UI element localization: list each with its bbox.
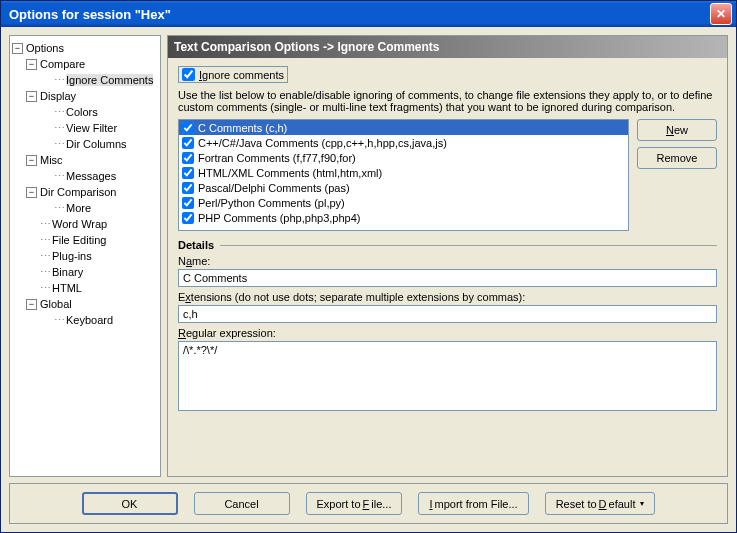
regex-input[interactable] xyxy=(178,341,717,411)
new-button[interactable]: New xyxy=(637,119,717,141)
tree-node-html[interactable]: HTML xyxy=(52,282,82,294)
list-item[interactable]: Fortran Comments (f,f77,f90,for) xyxy=(179,150,628,165)
options-tree[interactable]: −Options −Compare ⋯Ignore Comments −Disp… xyxy=(9,35,161,477)
details-heading: Details xyxy=(178,239,214,251)
name-input[interactable] xyxy=(178,269,717,287)
regex-label: Regular expression: xyxy=(178,327,717,339)
list-item-label: Fortran Comments (f,f77,f90,for) xyxy=(198,152,356,164)
list-item-checkbox[interactable] xyxy=(182,212,194,224)
content-panel: Text Comparison Options -> Ignore Commen… xyxy=(167,35,728,477)
chevron-down-icon: ▾ xyxy=(640,499,644,508)
tree-node-file-editing[interactable]: File Editing xyxy=(52,234,106,246)
tree-node-word-wrap[interactable]: Word Wrap xyxy=(52,218,107,230)
window-title: Options for session "Hex" xyxy=(9,7,171,22)
list-item-label: Pascal/Delphi Comments (pas) xyxy=(198,182,350,194)
comment-types-list[interactable]: C Comments (c,h)C++/C#/Java Comments (cp… xyxy=(178,119,629,231)
panel-header: Text Comparison Options -> Ignore Commen… xyxy=(168,36,727,58)
extensions-input[interactable] xyxy=(178,305,717,323)
reset-button[interactable]: Reset to Default▾ xyxy=(545,492,656,515)
collapse-icon[interactable]: − xyxy=(12,43,23,54)
tree-node-dir-columns[interactable]: Dir Columns xyxy=(66,138,127,150)
collapse-icon[interactable]: − xyxy=(26,155,37,166)
list-item-label: HTML/XML Comments (html,htm,xml) xyxy=(198,167,382,179)
list-item-checkbox[interactable] xyxy=(182,152,194,164)
list-item-checkbox[interactable] xyxy=(182,167,194,179)
tree-node-dir-comparison[interactable]: Dir Comparison xyxy=(40,186,116,198)
tree-node-options[interactable]: Options xyxy=(26,42,64,54)
close-button[interactable]: ✕ xyxy=(710,3,732,25)
tree-node-ignore-comments[interactable]: Ignore Comments xyxy=(66,74,153,86)
tree-node-view-filter[interactable]: View Filter xyxy=(66,122,117,134)
titlebar[interactable]: Options for session "Hex" ✕ xyxy=(1,1,736,27)
tree-node-colors[interactable]: Colors xyxy=(66,106,98,118)
collapse-icon[interactable]: − xyxy=(26,299,37,310)
tree-node-keyboard[interactable]: Keyboard xyxy=(66,314,113,326)
ok-button[interactable]: OK xyxy=(82,492,178,515)
list-item-label: Perl/Python Comments (pl,py) xyxy=(198,197,345,209)
button-bar: OK Cancel Export to File... Import from … xyxy=(9,483,728,524)
list-item-checkbox[interactable] xyxy=(182,197,194,209)
list-item-checkbox[interactable] xyxy=(182,122,194,134)
export-button[interactable]: Export to File... xyxy=(306,492,403,515)
tree-node-binary[interactable]: Binary xyxy=(52,266,83,278)
list-item-label: C Comments (c,h) xyxy=(198,122,287,134)
tree-node-compare[interactable]: Compare xyxy=(40,58,85,70)
tree-node-misc[interactable]: Misc xyxy=(40,154,63,166)
ignore-comments-checkbox[interactable]: Ignore comments xyxy=(178,66,288,83)
tree-node-global[interactable]: Global xyxy=(40,298,72,310)
cancel-button[interactable]: Cancel xyxy=(194,492,290,515)
list-item[interactable]: PHP Comments (php,php3,php4) xyxy=(179,210,628,225)
list-item[interactable]: C Comments (c,h) xyxy=(179,120,628,135)
name-label: Name: xyxy=(178,255,717,267)
list-item[interactable]: HTML/XML Comments (html,htm,xml) xyxy=(179,165,628,180)
list-item[interactable]: Pascal/Delphi Comments (pas) xyxy=(179,180,628,195)
list-item-label: C++/C#/Java Comments (cpp,c++,h,hpp,cs,j… xyxy=(198,137,447,149)
hint-text: Use the list below to enable/disable ign… xyxy=(178,89,717,113)
collapse-icon[interactable]: − xyxy=(26,91,37,102)
collapse-icon[interactable]: − xyxy=(26,187,37,198)
extensions-label: Extensions (do not use dots; separate mu… xyxy=(178,291,717,303)
options-dialog: Options for session "Hex" ✕ −Options −Co… xyxy=(0,0,737,533)
list-item[interactable]: C++/C#/Java Comments (cpp,c++,h,hpp,cs,j… xyxy=(179,135,628,150)
import-button[interactable]: Import from File... xyxy=(418,492,528,515)
ignore-comments-input[interactable] xyxy=(182,68,195,81)
remove-button[interactable]: Remove xyxy=(637,147,717,169)
tree-node-display[interactable]: Display xyxy=(40,90,76,102)
list-item[interactable]: Perl/Python Comments (pl,py) xyxy=(179,195,628,210)
list-item-checkbox[interactable] xyxy=(182,182,194,194)
tree-node-messages[interactable]: Messages xyxy=(66,170,116,182)
tree-node-plugins[interactable]: Plug-ins xyxy=(52,250,92,262)
tree-node-more[interactable]: More xyxy=(66,202,91,214)
collapse-icon[interactable]: − xyxy=(26,59,37,70)
list-item-checkbox[interactable] xyxy=(182,137,194,149)
list-item-label: PHP Comments (php,php3,php4) xyxy=(198,212,360,224)
